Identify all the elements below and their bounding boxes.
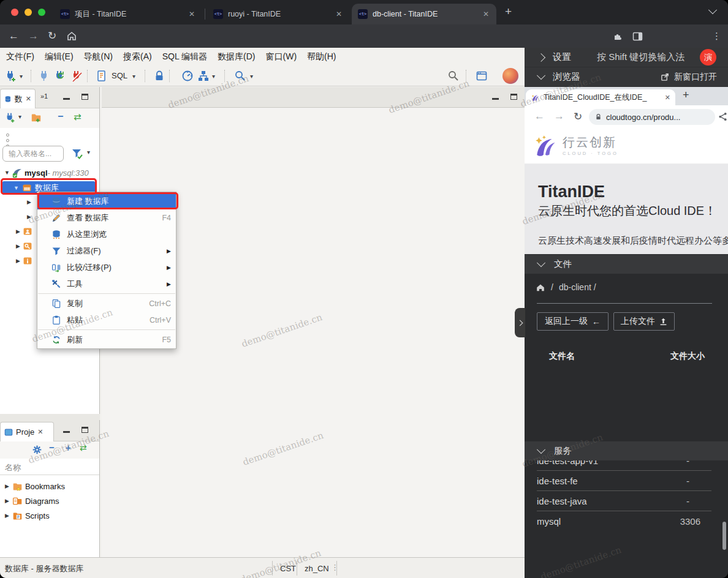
context-menu-item-browse-from-here[interactable]: 从这里浏览: [37, 226, 176, 242]
tab-close-icon[interactable]: ✕: [335, 10, 343, 18]
gear-icon[interactable]: [32, 445, 42, 455]
context-menu-item-view-database[interactable]: 查看 数据库 F4: [37, 209, 176, 226]
tab-close-icon[interactable]: ✕: [482, 10, 490, 18]
tab-close-icon[interactable]: ✕: [37, 428, 43, 436]
context-menu-item-refresh[interactable]: 刷新 F5: [37, 331, 176, 348]
service-row[interactable]: mysql3306: [537, 511, 711, 531]
tree-row-administer[interactable]: ▶: [0, 239, 37, 253]
browser-tab-db-client[interactable]: <t> db-client - TitanIDE ✕: [352, 4, 496, 24]
link-with-editor-icon[interactable]: ⇄: [80, 443, 87, 452]
tab-close-icon[interactable]: ✕: [26, 95, 31, 103]
new-connection-dropdown-icon[interactable]: ▾: [20, 73, 23, 80]
tab-overflow-indicator[interactable]: »1: [40, 92, 48, 100]
quick-search-icon[interactable]: [447, 70, 460, 82]
projects-column-header[interactable]: 名称: [0, 459, 99, 475]
panel-collapse-handle[interactable]: [515, 308, 525, 337]
forward-icon[interactable]: →: [554, 110, 564, 122]
new-connection-icon[interactable]: [5, 70, 17, 82]
menu-help[interactable]: 帮助(H): [307, 51, 344, 62]
status-kebab-icon[interactable]: ⋮: [331, 563, 339, 572]
tree-row-child[interactable]: ▶: [0, 209, 37, 224]
menu-file[interactable]: 文件(F): [6, 51, 43, 62]
home-icon[interactable]: [66, 31, 77, 44]
new-tab-button[interactable]: +: [505, 5, 512, 18]
extensions-puzzle-icon[interactable]: [613, 31, 623, 42]
browser-tab-ruoyi[interactable]: <t> ruoyi - TitanIDE ✕: [207, 4, 349, 24]
side-panel-icon[interactable]: [632, 31, 643, 42]
commit-dropdown-icon[interactable]: ▾: [212, 73, 215, 80]
services-section-header[interactable]: 服务: [525, 441, 728, 460]
commit-mode-icon[interactable]: [197, 70, 210, 82]
context-menu-item-copy[interactable]: 复制 Ctrl+C: [37, 295, 176, 312]
context-menu-item-compare-migrate[interactable]: 比较/迁移(P) ▶: [37, 259, 176, 276]
browser-tab-project[interactable]: <t> 项目 - TitanIDE ✕: [54, 4, 202, 24]
filter-dropdown-icon[interactable]: ▾: [87, 149, 90, 156]
sql-script-icon[interactable]: [96, 70, 108, 82]
minimize-icon[interactable]: [63, 95, 70, 100]
maximize-icon[interactable]: [82, 94, 88, 100]
minimize-icon[interactable]: [492, 95, 499, 100]
menu-search[interactable]: 搜索(A): [123, 51, 161, 62]
search-icon[interactable]: [234, 70, 246, 82]
context-menu-item-paste[interactable]: 粘贴 Ctrl+V: [37, 312, 176, 328]
browser-section-row[interactable]: 浏览器 新窗口打开: [525, 67, 728, 87]
service-row[interactable]: ide-test-fe-: [537, 471, 711, 491]
collapse-all-icon[interactable]: −: [49, 442, 55, 452]
expander-icon[interactable]: ▶: [27, 199, 31, 205]
connect-icon[interactable]: [38, 70, 50, 82]
service-row[interactable]: ide-test-app-v1-: [537, 460, 711, 471]
maximize-icon[interactable]: [82, 427, 88, 433]
new-folder-icon[interactable]: [31, 112, 42, 123]
table-filter-box[interactable]: [2, 146, 64, 162]
tree-row-diagrams[interactable]: ▶ Diagrams: [0, 494, 99, 508]
search-dropdown-icon[interactable]: ▾: [250, 73, 253, 80]
transaction-gauge-icon[interactable]: [181, 70, 194, 82]
embedded-url-bar[interactable]: cloudtogo.cn/produ...: [589, 109, 715, 125]
share-nodes-icon[interactable]: [718, 112, 727, 121]
forward-icon[interactable]: →: [28, 29, 39, 43]
expander-icon[interactable]: ▶: [5, 483, 9, 489]
expander-icon[interactable]: ▶: [16, 258, 20, 264]
scrollbar-thumb[interactable]: [722, 522, 726, 550]
open-new-window-label[interactable]: 新窗口打开: [674, 72, 717, 83]
link-with-editor-icon[interactable]: ⇄: [74, 111, 82, 122]
new-tab-button[interactable]: +: [683, 89, 689, 102]
collapse-all-icon[interactable]: −: [58, 111, 63, 122]
expand-all-icon[interactable]: ＋: [64, 443, 72, 454]
menu-database[interactable]: 数据库(D): [218, 51, 264, 62]
new-connection-icon[interactable]: [5, 112, 16, 123]
context-menu-item-filters[interactable]: 过滤器(F) ▶: [37, 242, 176, 259]
service-row[interactable]: ide-test-java-: [537, 491, 711, 511]
files-section-header[interactable]: 文件: [525, 254, 728, 274]
sql-label[interactable]: SQL: [112, 71, 127, 80]
back-icon[interactable]: ←: [534, 110, 545, 122]
filter-funnel-icon[interactable]: [71, 148, 83, 160]
home-icon[interactable]: [536, 283, 545, 292]
upload-file-button[interactable]: 上传文件: [613, 312, 675, 331]
menu-edit[interactable]: 编辑(E): [45, 51, 82, 62]
lock-icon[interactable]: [153, 70, 165, 82]
expander-icon[interactable]: ▶: [27, 214, 31, 220]
expander-icon[interactable]: ▼: [4, 170, 10, 176]
tree-row-bookmarks[interactable]: ▶ Bookmarks: [0, 479, 99, 494]
reconnect-icon[interactable]: [54, 70, 66, 82]
sql-dropdown-icon[interactable]: ▾: [132, 73, 135, 80]
back-icon[interactable]: ←: [9, 29, 19, 43]
table-filter-input[interactable]: [7, 149, 61, 159]
ime-badge[interactable]: 演: [700, 49, 716, 66]
settings-row[interactable]: 设置 按 Shift 键切换输入法: [525, 48, 728, 67]
menu-window[interactable]: 窗口(W): [266, 51, 306, 62]
minimize-icon[interactable]: [63, 428, 70, 433]
tree-row-child[interactable]: ▶: [0, 195, 37, 209]
chrome-menu-kebab-icon[interactable]: ⋮: [712, 29, 721, 43]
panel-splitter[interactable]: [0, 414, 100, 420]
user-avatar[interactable]: [502, 68, 518, 84]
expander-icon[interactable]: ▶: [5, 512, 9, 519]
disconnect-icon[interactable]: [71, 70, 83, 82]
tab-close-icon[interactable]: ✕: [188, 10, 196, 18]
menu-navigate[interactable]: 导航(N): [84, 51, 121, 62]
open-browser-icon[interactable]: [476, 70, 488, 82]
breadcrumb-path[interactable]: db-client /: [559, 282, 596, 292]
go-up-button[interactable]: 返回上一级←: [537, 312, 609, 331]
embedded-browser-tab[interactable]: TitanIDE_CloudIDE_在线IDE_ ✕: [526, 89, 675, 105]
